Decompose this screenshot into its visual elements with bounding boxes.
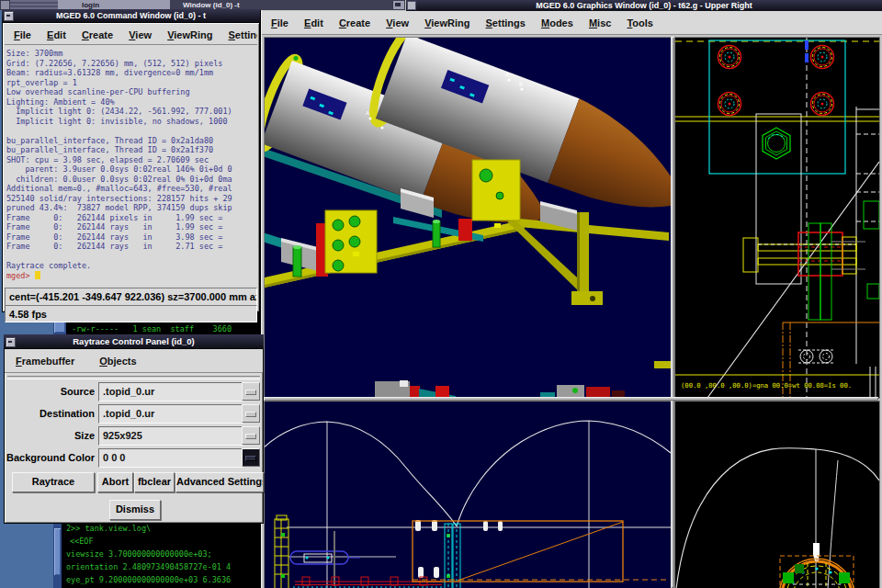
output-line: Grid: (7.22656, 7.22656) mm, (512, 512) … — [6, 59, 256, 69]
faceplate-status-text: (00.0 ,00.0 ,00.0)=gna 00.0=wt 00.08=Is … — [681, 381, 852, 390]
svg-text:A: A — [366, 110, 369, 116]
cmd-menu-settings[interactable]: Settings — [229, 29, 257, 40]
source-label: Source — [6, 386, 95, 397]
cmd-menu-edit[interactable]: Edit — [47, 29, 66, 40]
viewport-splitter-horizontal[interactable] — [264, 397, 878, 401]
output-line: Size: 3700mm — [6, 49, 256, 59]
output-line: Additional mem=0., #malloc=643, #free=53… — [6, 184, 256, 194]
raytrace-panel-corner-icon[interactable] — [6, 337, 16, 347]
svg-text:B: B — [519, 82, 523, 87]
text-cursor — [35, 271, 40, 279]
raytrace-control-panel: Raytrace Control Panel (id_0) Framebuffe… — [4, 334, 264, 524]
command-window-title: MGED 6.0 Command Window (id_0) - t — [56, 11, 206, 20]
side-elevation-scene — [265, 401, 671, 588]
panel-menu-objects[interactable]: Objects — [99, 356, 136, 367]
background-color-swatch[interactable] — [242, 448, 260, 467]
output-line: Frame 0: 262144 rays in 1.99 sec = — [6, 222, 256, 232]
graphics-menubar: File Edit Create View ViewRing Settings … — [262, 11, 882, 35]
background-color-label: Background Color — [6, 452, 95, 463]
size-label: Size — [6, 430, 95, 441]
raytrace-panel-title: Raytrace Control Panel (id_0) — [73, 336, 195, 346]
terminal-line: orientation 2.480973490458727e-01 4 — [66, 562, 260, 571]
gfx-menu-create[interactable]: Create — [339, 17, 370, 28]
output-line: Frame 0: 262144 rays in 2.71 sec = — [6, 242, 256, 252]
output-line — [6, 252, 256, 262]
raytrace-button[interactable]: Raytrace — [12, 472, 95, 492]
output-line: Implicit light 0: (2434.22, -561.992, 77… — [6, 107, 256, 117]
destination-field[interactable]: .topid_0.ur — [98, 404, 243, 424]
raytrace-panel-titlebar[interactable]: Raytrace Control Panel (id_0) — [4, 334, 264, 348]
viewport-wireframe-detail[interactable]: (00.0 ,00.0 ,00.0)=gna 00.0=wt 00.08=Is … — [674, 37, 880, 399]
viewport-front-elevation[interactable] — [674, 401, 880, 588]
wireframe-detail-scene: (00.0 ,00.0 ,00.0)=gna 00.0=wt 00.08=Is … — [675, 38, 879, 398]
output-line: Raytrace complete. — [6, 261, 256, 271]
command-window: MGED 6.0 Command Window (id_0) - t File … — [2, 9, 260, 312]
size-option-button[interactable] — [242, 426, 260, 445]
output-line: SHOT: cpu = 3.98 sec, elapsed = 2.70609 … — [6, 155, 256, 165]
shaded-3d-scene: A B A — [265, 38, 671, 398]
output-line: pruned 43.4%: 73827 model RPP, 374159 du… — [6, 203, 256, 213]
output-line: rpt_overlap = 1 — [6, 78, 256, 88]
background-color-field[interactable]: 0 0 0 — [98, 448, 243, 468]
terminal-line: viewsize 3.700000000000000e+03; — [66, 549, 260, 559]
output-line: Implicit light 0: invisible, no shadows,… — [6, 117, 256, 127]
source-field[interactable]: .topid_0.ur — [98, 382, 243, 401]
terminal-line: 2>> tank.view.log\ — [66, 524, 260, 533]
graphics-window-titlebar[interactable]: MGED 6.0 Graphics Window (id_0) - t62.g … — [406, 0, 882, 11]
gfx-menu-view[interactable]: View — [386, 17, 409, 28]
advanced-settings-button[interactable]: Advanced Settings... — [175, 472, 264, 492]
output-line: children: 0.0user 0.0sys 0:02real 0% 0i+… — [6, 175, 256, 185]
command-menubar: File Edit Create View ViewRing Settings … — [5, 25, 257, 45]
terminal-scrollbar[interactable] — [53, 522, 62, 588]
command-window-titlebar[interactable]: MGED 6.0 Command Window (id_0) - t — [2, 9, 260, 22]
abort-button[interactable]: Abort — [97, 472, 133, 492]
gfx-menu-settings[interactable]: Settings — [486, 17, 526, 28]
output-line: bu_parallel_interface, Thread ID = 0x2a1… — [6, 145, 256, 155]
terminal-line: <<EOF — [70, 537, 260, 546]
gfx-menu-tools[interactable]: Tools — [627, 17, 653, 28]
fbclear-button[interactable]: fbclear — [134, 472, 175, 492]
viewport-shaded-3d[interactable]: A B A — [264, 37, 672, 399]
output-line: Beam: radius=3.61328 mm, divergence=0 mm… — [6, 68, 256, 78]
output-line: 525140 solid/ray intersections: 228157 h… — [6, 194, 256, 204]
source-option-button[interactable] — [242, 382, 260, 401]
output-line: bu_parallel_interface, Thread ID = 0x2a1… — [6, 136, 256, 146]
terminal-script-output[interactable]: 2>> tank.view.log\ <<EOF viewsize 3.7000… — [53, 522, 260, 588]
cmd-menu-create[interactable]: Create — [82, 29, 113, 40]
graphics-window-corner-icon[interactable] — [407, 1, 416, 10]
cmd-menu-viewring[interactable]: ViewRing — [167, 29, 212, 40]
panel-menu-framebuffer[interactable]: Framebuffer — [16, 356, 74, 367]
destination-label: Destination — [6, 408, 95, 419]
status-fps: 4.58 fps — [5, 305, 257, 322]
output-line: Frame 0: 262144 pixels in 1.99 sec = — [6, 213, 256, 223]
svg-text:A: A — [505, 72, 509, 77]
cmd-menu-file[interactable]: File — [14, 29, 31, 40]
terminal-line: eye_pt 9.200000000000000e+03 6.3636 — [66, 575, 260, 584]
destination-option-button[interactable] — [242, 404, 260, 423]
command-window-corner-icon[interactable] — [4, 11, 14, 21]
graphics-window-title: MGED 6.0 Graphics Window (id_0) - t62.g … — [536, 1, 752, 10]
desktop: { "desktop": {"bg_color": "#4a6fa0"}, "b… — [0, 0, 882, 588]
dismiss-button[interactable]: Dismiss — [109, 500, 161, 520]
graphics-window: MGED 6.0 Graphics Window (id_0) - t62.g … — [260, 0, 882, 588]
command-output[interactable]: Size: 3700mm Grid: (7.22656, 7.22656) mm… — [6, 49, 256, 282]
viewport-splitter-vertical[interactable] — [671, 37, 674, 588]
strip-corner-icon[interactable] — [392, 0, 405, 10]
gfx-menu-viewring[interactable]: ViewRing — [424, 17, 469, 28]
mged-prompt: mged> — [6, 271, 30, 280]
gfx-menu-edit[interactable]: Edit — [304, 17, 323, 28]
gfx-menu-modes[interactable]: Modes — [541, 17, 573, 28]
output-line: Lighting: Ambient = 40% — [6, 97, 256, 107]
viewport-side-elevation[interactable] — [264, 401, 672, 588]
size-field[interactable]: 925x925 — [98, 426, 243, 446]
terminal-line: -rw-r----- 1 sean staff 3660 — [72, 324, 260, 334]
gfx-menu-misc[interactable]: Misc — [589, 17, 611, 28]
output-line: Low overhead scanline-per-CPU buffering — [6, 87, 256, 97]
command-prompt-line[interactable]: mged> — [6, 271, 256, 281]
output-line — [6, 126, 256, 136]
cmd-menu-view[interactable]: View — [129, 29, 152, 40]
gfx-menu-file[interactable]: File — [271, 17, 288, 28]
output-line: parent: 3.9user 0.0sys 0:02real 146% 0i+… — [6, 164, 256, 175]
raytrace-menubar: Framebuffer Objects — [5, 349, 263, 373]
front-elevation-scene — [675, 401, 879, 588]
